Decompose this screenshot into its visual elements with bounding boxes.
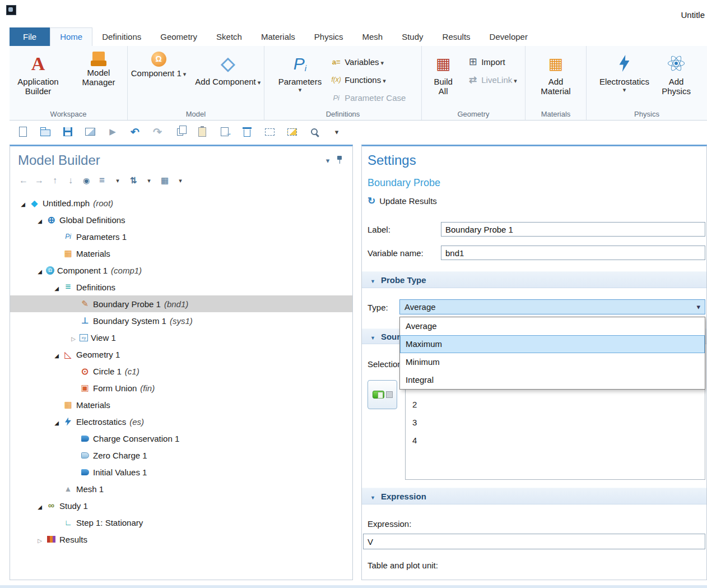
probe-type-section-header[interactable]: Probe Type [362, 271, 706, 288]
panel-menu-caret-icon[interactable] [321, 154, 334, 166]
variables-button[interactable]: Variables [328, 53, 410, 71]
node-grouping-icon[interactable] [158, 174, 171, 187]
tab-materials[interactable]: Materials [252, 27, 305, 46]
undo-icon[interactable] [128, 125, 142, 138]
selection-list-item[interactable]: 3 [406, 414, 705, 432]
tab-developer[interactable]: Developer [480, 27, 537, 46]
move-up-icon[interactable] [48, 174, 62, 187]
copy-icon[interactable] [173, 125, 187, 138]
expander-icon[interactable] [34, 501, 46, 511]
collapse-expand-icon[interactable] [95, 174, 109, 187]
show-icon[interactable] [80, 174, 93, 187]
add-material-button[interactable]: Add Material [535, 50, 576, 97]
type-option-average[interactable]: Average [400, 317, 705, 335]
expander-icon[interactable] [50, 350, 63, 359]
dropdown-caret-icon[interactable] [111, 174, 124, 187]
tab-home[interactable]: Home [50, 27, 92, 46]
selection-list[interactable]: 1 2 3 4 [405, 377, 705, 480]
save-image-icon[interactable] [83, 125, 97, 138]
tree-item-mesh[interactable]: Mesh 1 [10, 480, 352, 497]
application-builder-button[interactable]: Application Builder [10, 50, 67, 97]
tree-item-component[interactable]: Component 1 (comp1) [10, 262, 352, 279]
expander-icon[interactable] [34, 215, 46, 225]
tab-sketch[interactable]: Sketch [207, 27, 252, 46]
tree-item-stationary-step[interactable]: Step 1: Stationary [10, 514, 352, 531]
dropdown-caret-icon[interactable] [142, 174, 156, 187]
component-button[interactable]: Component 1 [128, 50, 189, 80]
paste-icon[interactable] [196, 125, 209, 138]
tree-item-view[interactable]: View 1 [10, 329, 352, 346]
expander-icon[interactable] [34, 266, 46, 275]
expander-icon[interactable] [50, 283, 63, 292]
expression-section-header[interactable]: Expression [362, 488, 706, 504]
variable-name-input[interactable] [441, 246, 705, 260]
tree-item-circle[interactable]: Circle 1 (c1) [10, 363, 352, 379]
parameter-case-button[interactable]: Parameter Case [328, 89, 410, 107]
pin-icon[interactable] [334, 155, 345, 166]
tab-geometry[interactable]: Geometry [151, 27, 207, 46]
label-input[interactable] [441, 222, 705, 237]
import-button[interactable]: Import [464, 53, 522, 71]
tree-item-electrostatics[interactable]: Electrostatics (es) [10, 413, 352, 430]
duplicate-icon[interactable] [218, 125, 231, 138]
tree-item-study[interactable]: Study 1 [10, 497, 352, 514]
tab-physics[interactable]: Physics [305, 27, 353, 46]
selection-list-item[interactable]: 4 [406, 432, 705, 450]
tab-results[interactable]: Results [433, 27, 480, 46]
type-dropdown-popup: Average Maximum Minimum Integral [399, 317, 705, 390]
save-icon[interactable] [61, 125, 75, 138]
tree-item-root[interactable]: Untitled.mph (root) [10, 195, 352, 211]
build-all-button[interactable]: Build All [425, 50, 461, 97]
open-file-icon[interactable] [39, 125, 52, 138]
tree-item-geometry[interactable]: Geometry 1 [10, 346, 352, 363]
expander-icon[interactable] [67, 333, 80, 342]
type-select[interactable]: Average [399, 299, 705, 314]
tree-item-materials[interactable]: Materials [10, 396, 352, 413]
zoom-selection-icon[interactable] [308, 125, 321, 138]
tab-mesh[interactable]: Mesh [353, 27, 393, 46]
expander-icon[interactable] [17, 198, 29, 208]
selection-list-item[interactable]: 2 [406, 396, 705, 414]
functions-button[interactable]: Functions [328, 71, 410, 89]
tree-item-parameters[interactable]: Parameters 1 [10, 228, 352, 245]
dropdown-caret-icon[interactable] [174, 174, 187, 187]
tree-item-global-definitions[interactable]: Global Definitions [10, 211, 352, 228]
active-toggle-button[interactable] [368, 380, 397, 409]
add-physics-button[interactable]: Add Physics [655, 50, 697, 97]
type-option-maximum[interactable]: Maximum [400, 335, 705, 353]
expression-input[interactable] [363, 534, 705, 549]
delete-icon[interactable] [240, 125, 254, 138]
type-option-integral[interactable]: Integral [400, 371, 705, 389]
tree-item-boundary-system[interactable]: Boundary System 1 (sys1) [10, 312, 352, 329]
tree-item-global-materials[interactable]: Materials [10, 245, 352, 262]
expander-icon[interactable] [34, 535, 46, 544]
highlight-select-icon[interactable] [285, 125, 299, 138]
electrostatics-button[interactable]: Electrostatics [597, 50, 652, 94]
tab-file[interactable]: File [10, 27, 50, 46]
update-results-button[interactable]: Update Results [368, 195, 437, 207]
tree-item-boundary-probe[interactable]: Boundary Probe 1 (bnd1) [10, 295, 352, 312]
redo-icon[interactable] [151, 125, 164, 138]
tree-item-form-union[interactable]: Form Union (fin) [10, 379, 352, 396]
new-file-icon[interactable] [16, 125, 30, 138]
add-component-button[interactable]: Add Component [192, 50, 263, 89]
livelink-button[interactable]: LiveLink [464, 71, 522, 89]
forward-icon[interactable] [32, 174, 46, 187]
node-order-icon[interactable] [127, 174, 140, 187]
type-option-minimum[interactable]: Minimum [400, 353, 705, 371]
back-icon[interactable] [17, 174, 30, 187]
tree-item-charge-conservation[interactable]: Charge Conservation 1 [10, 430, 352, 447]
tab-study[interactable]: Study [392, 27, 432, 46]
tree-item-zero-charge[interactable]: Zero Charge 1 [10, 447, 352, 464]
move-down-icon[interactable] [64, 174, 77, 187]
toolbar-overflow-caret-icon[interactable] [330, 125, 343, 138]
model-manager-button[interactable]: Model Manager [70, 50, 127, 88]
tree-item-results[interactable]: Results [10, 531, 352, 548]
expander-icon[interactable] [50, 417, 63, 427]
run-icon[interactable] [106, 125, 119, 138]
box-select-icon[interactable] [263, 125, 276, 138]
tree-item-initial-values[interactable]: Initial Values 1 [10, 464, 352, 480]
parameters-button[interactable]: Parameters [276, 50, 325, 94]
tab-definitions[interactable]: Definitions [92, 27, 151, 46]
tree-item-definitions[interactable]: Definitions [10, 279, 352, 295]
